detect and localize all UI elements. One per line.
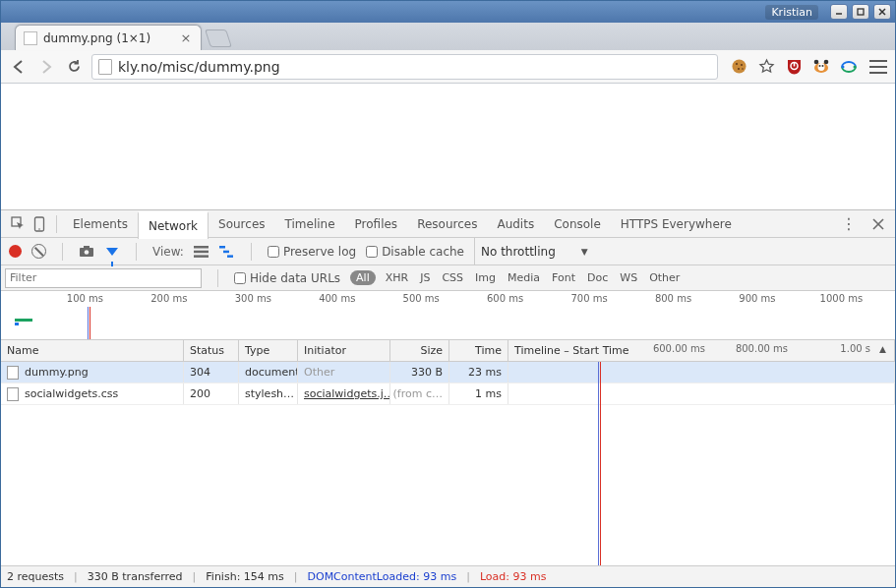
preserve-log-checkbox[interactable]: Preserve log bbox=[268, 245, 356, 259]
network-table-header: Name Status Type Initiator Size Time Tim… bbox=[1, 340, 895, 362]
filter-input[interactable] bbox=[5, 268, 202, 288]
devtools-tab-elements[interactable]: Elements bbox=[63, 210, 138, 238]
devtools-tab-https-everywhere[interactable]: HTTPS Everywhere bbox=[611, 210, 742, 238]
devtools-tab-sources[interactable]: Sources bbox=[209, 210, 274, 238]
svg-point-4 bbox=[732, 60, 746, 74]
disable-cache-checkbox[interactable]: Disable cache bbox=[366, 245, 464, 259]
os-window: Kristian dummy.png (1×1) × bbox=[0, 0, 896, 588]
svg-point-12 bbox=[814, 60, 819, 65]
devtools-tab-console[interactable]: Console bbox=[544, 210, 611, 238]
svg-point-21 bbox=[38, 228, 40, 230]
filter-type-ws[interactable]: WS bbox=[620, 271, 637, 284]
devtools-tab-resources[interactable]: Resources bbox=[407, 210, 487, 238]
menu-button[interactable] bbox=[869, 60, 887, 74]
status-load: Load: 93 ms bbox=[480, 570, 547, 583]
filter-type-media[interactable]: Media bbox=[508, 271, 540, 284]
table-row[interactable]: dummy.png304documentOther330 B23 ms bbox=[1, 362, 895, 383]
request-type: document bbox=[239, 362, 298, 382]
tab-close-icon[interactable]: × bbox=[179, 31, 193, 45]
devtools-tab-profiles[interactable]: Profiles bbox=[345, 210, 408, 238]
table-row[interactable]: socialwidgets.css200stylesh…socialwidget… bbox=[1, 383, 895, 405]
devtools-tab-network[interactable]: Network bbox=[138, 211, 209, 239]
bookmark-star-icon[interactable] bbox=[757, 58, 775, 76]
filter-type-doc[interactable]: Doc bbox=[587, 271, 608, 284]
devtools-more-icon[interactable]: ⋮ bbox=[838, 213, 860, 235]
col-size[interactable]: Size bbox=[390, 340, 449, 361]
clear-button[interactable] bbox=[31, 244, 46, 259]
waterfall-icon[interactable] bbox=[219, 244, 235, 260]
svg-point-16 bbox=[822, 65, 824, 67]
reload-button[interactable] bbox=[64, 57, 84, 77]
col-time[interactable]: Time bbox=[449, 340, 508, 361]
devtools-tabs: ElementsNetworkSourcesTimelineProfilesRe… bbox=[1, 210, 895, 238]
devtools-close-icon[interactable] bbox=[867, 213, 889, 235]
hide-data-urls-checkbox[interactable]: Hide data URLs bbox=[234, 271, 340, 285]
col-timeline[interactable]: Timeline – Start Time 600.00 ms 800.00 m… bbox=[508, 340, 895, 361]
privacybadger-icon[interactable] bbox=[812, 58, 830, 76]
request-size: 330 B bbox=[390, 362, 449, 382]
request-name: socialwidgets.css bbox=[25, 387, 118, 400]
large-rows-icon[interactable] bbox=[194, 244, 209, 260]
network-toolbar: View: Preserve log Disable cache No thro… bbox=[1, 238, 895, 265]
col-status[interactable]: Status bbox=[184, 340, 239, 361]
devtools-tab-audits[interactable]: Audits bbox=[487, 210, 544, 238]
svg-point-7 bbox=[738, 68, 740, 70]
address-bar[interactable]: kly.no/misc/dummy.png bbox=[91, 54, 718, 80]
network-overview[interactable]: 100 ms200 ms300 ms400 ms500 ms600 ms700 … bbox=[1, 291, 895, 340]
svg-rect-31 bbox=[223, 250, 229, 253]
new-tab-button[interactable] bbox=[205, 29, 232, 47]
filter-type-css[interactable]: CSS bbox=[442, 271, 463, 284]
back-button[interactable] bbox=[9, 57, 29, 77]
forward-button[interactable] bbox=[36, 57, 56, 77]
status-finish: Finish: 154 ms bbox=[206, 570, 283, 583]
browser-tab[interactable]: dummy.png (1×1) × bbox=[15, 25, 202, 50]
page-icon bbox=[98, 59, 112, 75]
content-area: ElementsNetworkSourcesTimelineProfilesRe… bbox=[1, 84, 895, 587]
filter-toggle-icon[interactable] bbox=[104, 244, 120, 260]
inspect-element-icon[interactable] bbox=[7, 213, 29, 235]
filter-type-xhr[interactable]: XHR bbox=[386, 271, 408, 284]
devtools-tab-timeline[interactable]: Timeline bbox=[275, 210, 345, 238]
ublock-icon[interactable] bbox=[785, 58, 803, 76]
close-button[interactable] bbox=[873, 4, 891, 20]
network-table-body: dummy.png304documentOther330 B23 mssocia… bbox=[1, 362, 895, 565]
request-time: 23 ms bbox=[449, 362, 508, 382]
tab-title: dummy.png (1×1) bbox=[43, 31, 150, 45]
col-type[interactable]: Type bbox=[239, 340, 298, 361]
col-initiator[interactable]: Initiator bbox=[298, 340, 390, 361]
url-text: kly.no/misc/dummy.png bbox=[118, 59, 280, 75]
https-everywhere-icon[interactable] bbox=[840, 58, 858, 76]
svg-point-14 bbox=[818, 63, 825, 71]
svg-point-18 bbox=[854, 65, 857, 68]
filter-all-pill[interactable]: All bbox=[350, 270, 376, 285]
overview-tick: 600 ms bbox=[487, 293, 523, 304]
file-icon bbox=[7, 387, 19, 401]
capture-screenshots-icon[interactable] bbox=[79, 244, 94, 260]
extension-icons bbox=[726, 58, 862, 76]
overview-tick: 200 ms bbox=[150, 293, 187, 304]
maximize-button[interactable] bbox=[852, 4, 869, 20]
record-button[interactable] bbox=[9, 245, 22, 258]
status-transferred: 330 B transferred bbox=[88, 570, 183, 583]
col-name[interactable]: Name bbox=[1, 340, 184, 361]
filter-type-img[interactable]: Img bbox=[475, 271, 496, 284]
cookie-icon[interactable] bbox=[730, 58, 747, 76]
svg-point-15 bbox=[819, 65, 821, 67]
minimize-button[interactable] bbox=[830, 4, 848, 20]
request-timeline bbox=[508, 362, 895, 382]
request-time: 1 ms bbox=[449, 383, 508, 404]
favicon-icon bbox=[24, 31, 37, 45]
throttling-select[interactable]: No throttling ▼ bbox=[474, 238, 594, 265]
filter-type-js[interactable]: JS bbox=[420, 271, 430, 284]
svg-point-5 bbox=[736, 63, 738, 65]
filter-type-font[interactable]: Font bbox=[552, 271, 575, 284]
svg-rect-10 bbox=[793, 63, 795, 67]
filter-type-other[interactable]: Other bbox=[649, 271, 680, 284]
network-filter-bar: Hide data URLs All XHRJSCSSImgMediaFontD… bbox=[1, 265, 895, 291]
status-requests: 2 requests bbox=[7, 570, 64, 583]
device-mode-icon[interactable] bbox=[29, 213, 50, 235]
overview-tick: 800 ms bbox=[655, 293, 691, 304]
request-initiator: Other bbox=[298, 362, 390, 382]
svg-point-13 bbox=[824, 60, 829, 65]
load-marker bbox=[90, 307, 90, 339]
